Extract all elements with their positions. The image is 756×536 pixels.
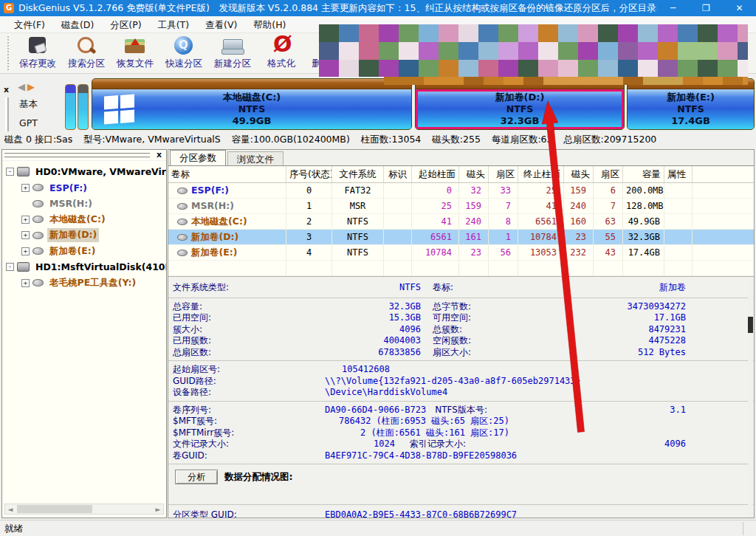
cell-sh: 32 bbox=[459, 183, 489, 198]
detail-field: 已用空间: bbox=[173, 312, 325, 324]
toolbar-button-4[interactable]: 新建分区 bbox=[208, 33, 257, 72]
toolbar-button-label: 保存更改 bbox=[19, 58, 56, 70]
tree-horizontal-scrollbar[interactable]: ◄ ► bbox=[4, 504, 164, 515]
data-allocation-label: 数据分配情况图: bbox=[224, 471, 293, 484]
detail-field: 可用空间: bbox=[433, 312, 471, 324]
table-row-0[interactable]: ESP(F:)0FAT3203233251596200.0MB bbox=[168, 183, 754, 199]
disk-band bbox=[92, 79, 411, 89]
format-icon bbox=[270, 35, 292, 56]
cell-eh: 159 bbox=[564, 183, 594, 198]
volume-name: 新加卷(E:) bbox=[191, 245, 237, 260]
disk-partition-block-0[interactable]: 本地磁盘(C:)NTFS49.9GB bbox=[92, 78, 412, 130]
cell-cap: 128.0MB bbox=[623, 199, 664, 213]
close-button[interactable]: ✕ bbox=[723, 0, 756, 16]
expand-icon[interactable]: + bbox=[21, 216, 30, 224]
table-row-2[interactable]: 本地磁盘(C:)2NTFS41240865611606349.9GB bbox=[168, 214, 754, 230]
menu-item-4[interactable]: 查看(V) bbox=[197, 16, 245, 33]
tree-panel-grip[interactable] bbox=[4, 153, 150, 158]
start-sector-value: 105412608 bbox=[325, 364, 390, 376]
toolbar-button-0[interactable]: 保存更改 bbox=[13, 33, 62, 72]
scroll-right-icon[interactable]: ► bbox=[153, 506, 163, 513]
toolbar-button-5[interactable]: 格式化 bbox=[257, 33, 306, 72]
cell-cap: 49.9GB bbox=[623, 214, 664, 229]
details-vertical-scrollbar[interactable] bbox=[748, 278, 753, 518]
column-header-5[interactable]: 磁头 bbox=[459, 166, 489, 182]
menu-item-0[interactable]: 文件(F) bbox=[6, 16, 53, 33]
menu-item-1[interactable]: 磁盘(D) bbox=[53, 16, 102, 33]
scrollbar-thumb[interactable] bbox=[17, 505, 92, 513]
view-mode-label[interactable]: 基本 bbox=[19, 98, 38, 111]
expand-icon[interactable]: + bbox=[21, 279, 30, 287]
cell-no: 1 bbox=[286, 199, 332, 213]
detail-field: 总容量: bbox=[173, 301, 325, 313]
tree-item-3[interactable]: +本地磁盘(C:) bbox=[2, 212, 166, 228]
disk-info-segment: 每道扇区数:63 bbox=[492, 134, 553, 145]
nav-forward-icon[interactable]: ▶ bbox=[27, 81, 37, 92]
partition-body[interactable]: 本地磁盘(C:)NTFS49.9GB bbox=[92, 89, 411, 129]
column-header-0[interactable]: 卷标 bbox=[168, 166, 286, 182]
toolbar-button-2[interactable]: 恢复文件 bbox=[111, 33, 159, 72]
column-header-11[interactable]: 属性 bbox=[664, 166, 693, 182]
disk-partition-block-2[interactable]: 新加卷(E:)NTFS17.4GB bbox=[627, 78, 755, 130]
collapse-icon[interactable]: - bbox=[6, 263, 14, 271]
maximize-button[interactable]: ❐ bbox=[690, 0, 723, 16]
analyze-button[interactable]: 分析 bbox=[175, 470, 218, 484]
table-row-1[interactable]: MSR(H:)1MSR251597412407128.0MB bbox=[168, 199, 754, 214]
expand-icon[interactable]: + bbox=[21, 184, 30, 192]
column-header-8[interactable]: 磁头 bbox=[564, 166, 594, 182]
partition-icon bbox=[32, 184, 44, 191]
tree-item-1[interactable]: +ESP(F:) bbox=[2, 180, 166, 196]
column-header-7[interactable]: 终止柱面 bbox=[518, 166, 564, 182]
filesystem-details: 文件系统类型: NTFS 卷标: 新加卷 总容量:32.3GB总字节数:3473… bbox=[168, 276, 754, 518]
column-header-1[interactable]: 序号(状态) bbox=[286, 166, 332, 182]
small-partition-msr[interactable] bbox=[78, 84, 89, 130]
partition-icon bbox=[177, 219, 188, 225]
small-partition-esp[interactable] bbox=[65, 84, 76, 130]
splitter-handle[interactable] bbox=[5, 97, 9, 131]
partition-table: 卷标序号(状态)文件系统标识起始柱面磁头扇区终止柱面磁头扇区容量属性 ESP(F… bbox=[168, 165, 754, 276]
tree-item-label: 老毛桃PE工具盘(Y:) bbox=[47, 276, 138, 290]
partition-body-selected[interactable]: 新加卷(D:)NTFS32.3GB bbox=[416, 89, 624, 129]
cell-eh: 160 bbox=[564, 214, 594, 229]
scroll-left-icon[interactable]: ◄ bbox=[5, 506, 16, 513]
scrollbar-thumb[interactable] bbox=[748, 317, 753, 333]
column-header-9[interactable]: 扇区 bbox=[594, 166, 623, 182]
tree-item-5[interactable]: +新加卷(E:) bbox=[2, 244, 166, 260]
tab-browse-files[interactable]: 浏览文件 bbox=[227, 151, 284, 165]
column-header-4[interactable]: 起始柱面 bbox=[412, 166, 459, 182]
cell-attr bbox=[664, 245, 693, 260]
collapse-icon[interactable]: - bbox=[6, 168, 14, 176]
tree-item-7[interactable]: +老毛桃PE工具盘(Y:) bbox=[2, 275, 166, 292]
tree-item-0[interactable]: -HD0:VMware, VMwareVirtualS bbox=[2, 164, 166, 180]
tab-partition-parameters[interactable]: 分区参数 bbox=[170, 150, 226, 165]
toolbar-button-1[interactable]: 搜索分区 bbox=[62, 33, 111, 72]
detail-row: 已用簇数:4004003空闲簇数:4475228 bbox=[168, 335, 754, 347]
minimize-button[interactable]: ─ bbox=[656, 0, 690, 16]
expand-icon[interactable]: + bbox=[21, 247, 30, 255]
tree-item-2[interactable]: MSR(H:) bbox=[2, 196, 166, 212]
detail-field: 32.3GB bbox=[325, 301, 421, 313]
table-row-4[interactable]: 新加卷(E:)4NTFS107842356130532324317.4GB bbox=[168, 245, 754, 261]
menu-item-2[interactable]: 分区(P) bbox=[102, 16, 149, 33]
expand-icon[interactable]: + bbox=[21, 231, 30, 239]
column-header-6[interactable]: 扇区 bbox=[489, 166, 518, 182]
tree-item-4[interactable]: +新加卷(D:) bbox=[2, 227, 166, 244]
partition-name: 新加卷(D:) bbox=[416, 89, 624, 103]
disk-partition-block-1[interactable]: 新加卷(D:)NTFS32.3GB bbox=[415, 78, 625, 130]
partition-icon bbox=[177, 234, 188, 241]
device-path-label: 设备路径: bbox=[173, 387, 325, 399]
table-row-3[interactable]: 新加卷(D:)3NTFS6561161110784235532.3GB bbox=[168, 230, 754, 245]
detail-field: 簇大小: bbox=[173, 324, 325, 336]
nav-back-icon[interactable]: ◀ bbox=[18, 81, 27, 92]
partition-body[interactable]: 新加卷(E:)NTFS17.4GB bbox=[628, 89, 754, 129]
menu-item-3[interactable]: 工具(T) bbox=[150, 16, 197, 33]
tree-item-6[interactable]: -HD1:MsftVirtualDisk(410MB) bbox=[2, 259, 166, 275]
column-header-10[interactable]: 容量 bbox=[623, 166, 664, 182]
toolbar-button-3[interactable]: 快速分区 bbox=[159, 33, 208, 72]
window-title: DiskGenius V5.1.2.766 免费版(单文件PE版) 发现新版本 … bbox=[18, 2, 656, 15]
cell-fs: NTFS bbox=[332, 245, 384, 260]
column-header-2[interactable]: 文件系统 bbox=[332, 166, 384, 182]
panel-close-icon[interactable]: x bbox=[4, 85, 9, 95]
column-header-3[interactable]: 标识 bbox=[384, 166, 412, 182]
tree-panel-close-icon[interactable]: x bbox=[157, 150, 162, 159]
